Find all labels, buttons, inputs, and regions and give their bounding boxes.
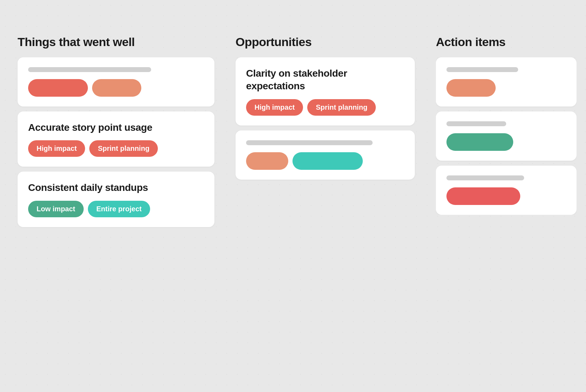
- placeholder-bar-action-3: [446, 175, 524, 180]
- tag-entire-project[interactable]: Entire project: [88, 201, 150, 217]
- card-standups: Consistent daily standups Low impact Ent…: [18, 172, 214, 227]
- cards-stack-action-items: [436, 57, 577, 215]
- card-placeholder-1: [18, 57, 214, 107]
- placeholder-bar-action-1: [446, 67, 518, 72]
- placeholder-bar-2: [246, 140, 373, 145]
- tag-high-impact-2[interactable]: High impact: [246, 99, 303, 116]
- tag-placeholder-salmon: [28, 79, 88, 97]
- tags-row-story-points: High impact Sprint planning: [28, 140, 204, 157]
- card-title-story-points: Accurate story point usage: [28, 121, 204, 134]
- tags-row: [28, 79, 204, 97]
- cards-stack-went-well: Accurate story point usage High impact S…: [18, 57, 214, 227]
- cards-stack-opportunities: Clarity on stakeholder expectations High…: [236, 57, 415, 180]
- tag-placeholder-action-coral: [446, 187, 520, 205]
- tags-row-placeholder-2: [246, 152, 404, 170]
- card-action-placeholder-3: [436, 166, 577, 215]
- card-action-placeholder-2: [436, 111, 577, 161]
- card-placeholder-2: [236, 130, 415, 180]
- tags-row-action-2: [446, 133, 566, 151]
- tag-placeholder-teal: [292, 152, 363, 170]
- tag-placeholder-action-peach: [446, 79, 496, 97]
- tag-high-impact-1[interactable]: High impact: [28, 140, 85, 157]
- card-action-placeholder-1: [436, 57, 577, 107]
- tag-sprint-planning-1[interactable]: Sprint planning: [89, 140, 158, 157]
- column-went-well: Things that went well Accurate story poi…: [18, 35, 214, 227]
- tag-sprint-planning-2[interactable]: Sprint planning: [307, 99, 376, 116]
- column-title-action-items: Action items: [436, 35, 577, 49]
- tag-low-impact[interactable]: Low impact: [28, 201, 84, 217]
- column-title-went-well: Things that went well: [18, 35, 214, 49]
- tags-row-standups: Low impact Entire project: [28, 201, 204, 217]
- tags-row-stakeholder: High impact Sprint planning: [246, 99, 404, 116]
- tags-row-action-3: [446, 187, 566, 205]
- placeholder-bar: [28, 67, 151, 72]
- card-title-standups: Consistent daily standups: [28, 181, 204, 194]
- column-opportunities: Opportunities Clarity on stakeholder exp…: [236, 35, 415, 180]
- tag-placeholder-peach2: [246, 152, 288, 170]
- column-title-opportunities: Opportunities: [236, 35, 415, 49]
- columns-wrapper: Things that went well Accurate story poi…: [0, 0, 586, 245]
- card-stakeholder: Clarity on stakeholder expectations High…: [236, 57, 415, 126]
- placeholder-bar-action-2: [446, 121, 506, 126]
- tag-placeholder-peach: [92, 79, 141, 97]
- card-story-points: Accurate story point usage High impact S…: [18, 111, 214, 167]
- card-title-stakeholder: Clarity on stakeholder expectations: [246, 67, 404, 93]
- column-action-items: Action items: [436, 35, 577, 215]
- tag-placeholder-action-green: [446, 133, 513, 151]
- tags-row-action-1: [446, 79, 566, 97]
